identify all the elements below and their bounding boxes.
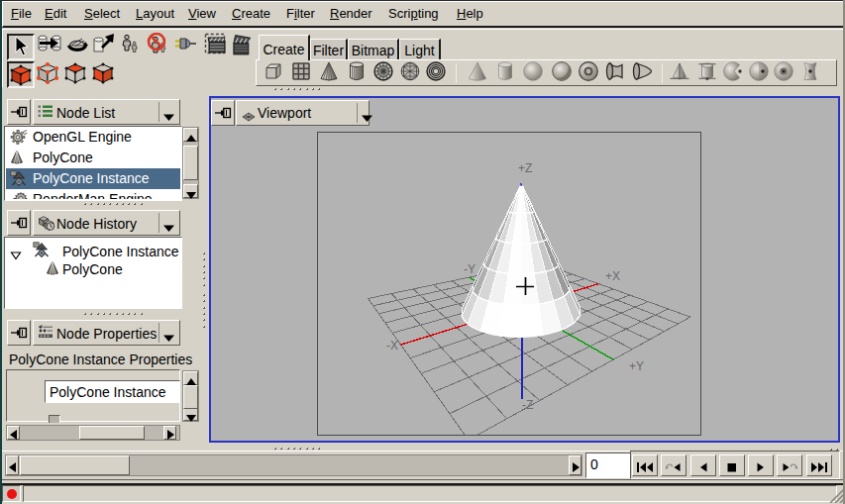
svg-text:+Z: +Z [518, 161, 532, 175]
svg-text:-X: -X [386, 339, 398, 353]
svg-text:+X: +X [605, 269, 620, 283]
svg-text:+Y: +Y [629, 359, 644, 373]
svg-text:-Y: -Y [464, 262, 475, 276]
svg-text:-Z: -Z [522, 398, 533, 412]
